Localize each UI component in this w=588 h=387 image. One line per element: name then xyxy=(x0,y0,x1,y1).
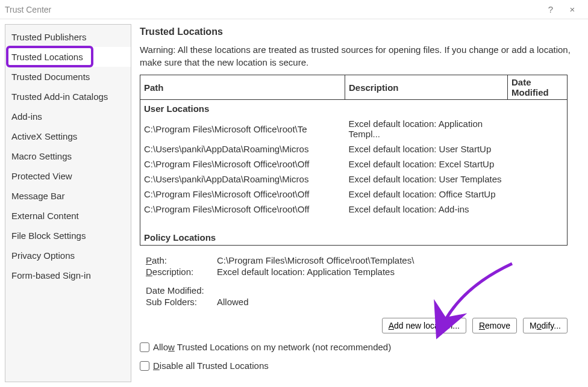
cell-desc: Excel default location: User Templates xyxy=(345,172,508,187)
disable-all-label: Disable all Trusted Locations xyxy=(153,361,269,371)
cell-path: C:\Program Files\Microsoft Office\root\O… xyxy=(140,202,345,217)
detail-date-label: Date Modified: xyxy=(146,285,217,296)
col-path[interactable]: Path xyxy=(140,75,345,100)
cell-desc: Excel default location: Application Temp… xyxy=(345,116,508,141)
sidebar-item-trusted-documents[interactable]: Trusted Documents xyxy=(5,67,131,87)
sidebar-item-trusted-locations[interactable]: Trusted Locations xyxy=(5,47,131,67)
titlebar: Trust Center ? × xyxy=(0,0,588,19)
cell-desc: Excel default location: Office StartUp xyxy=(345,187,508,202)
cell-date xyxy=(508,116,568,141)
cell-desc: Excel default location: User StartUp xyxy=(345,141,508,156)
table-group-header: Policy Locations xyxy=(140,229,568,246)
cell-path: C:\Users\panki\AppData\Roaming\Micros xyxy=(140,172,345,187)
cell-path: C:\Program Files\Microsoft Office\root\T… xyxy=(140,116,345,141)
content-pane: Trusted Locations Warning: All these loc… xyxy=(140,24,583,382)
cell-path: C:\Program Files\Microsoft Office\root\O… xyxy=(140,156,345,172)
detail-sub-value: Allowed xyxy=(217,297,249,307)
cell-desc: Excel default location: Excel StartUp xyxy=(345,156,508,172)
sidebar-item-macro-settings[interactable]: Macro Settings xyxy=(5,146,131,166)
warning-text: Warning: All these locations are treated… xyxy=(140,43,583,69)
sidebar-item-form-based-sign-in[interactable]: Form-based Sign-in xyxy=(5,265,131,285)
allow-network-checkbox-row[interactable]: Allow Trusted Locations on my network (n… xyxy=(140,342,583,352)
details-pane: Path: C:\Program Files\Microsoft Office\… xyxy=(140,252,583,308)
detail-desc-value: Excel default location: Application Temp… xyxy=(217,267,395,277)
page-heading: Trusted Locations xyxy=(140,26,583,37)
col-date[interactable]: Date Modified xyxy=(508,75,568,100)
cell-desc: Excel default location: Add-ins xyxy=(345,202,508,217)
table-row[interactable]: C:\Program Files\Microsoft Office\root\O… xyxy=(140,187,568,202)
sidebar-item-add-ins[interactable]: Add-ins xyxy=(5,107,131,126)
cell-date xyxy=(508,141,568,156)
sidebar: Trusted PublishersTrusted LocationsTrust… xyxy=(5,24,131,382)
cell-path: C:\Users\panki\AppData\Roaming\Micros xyxy=(140,141,345,156)
sidebar-item-activex-settings[interactable]: ActiveX Settings xyxy=(5,126,131,146)
close-button[interactable]: × xyxy=(561,4,583,14)
modify-button[interactable]: Modify... xyxy=(523,318,568,333)
detail-sub-label: Sub Folders: xyxy=(146,297,217,307)
help-button[interactable]: ? xyxy=(540,4,561,14)
cell-date xyxy=(508,187,568,202)
add-new-location-button[interactable]: Add new location... xyxy=(382,318,466,333)
cell-date xyxy=(508,202,568,217)
col-description[interactable]: Description xyxy=(345,75,508,100)
table-row[interactable]: C:\Users\panki\AppData\Roaming\MicrosExc… xyxy=(140,141,568,156)
sidebar-item-message-bar[interactable]: Message Bar xyxy=(5,186,131,206)
sidebar-item-external-content[interactable]: External Content xyxy=(5,206,131,226)
table-group-header: User Locations xyxy=(140,100,568,117)
sidebar-item-privacy-options[interactable]: Privacy Options xyxy=(5,246,131,265)
table-row[interactable]: C:\Program Files\Microsoft Office\root\O… xyxy=(140,202,568,217)
detail-path-label: Path: xyxy=(146,255,217,265)
detail-desc-label: Description: xyxy=(146,267,217,277)
checkbox-icon[interactable] xyxy=(140,361,149,371)
sidebar-item-file-block-settings[interactable]: File Block Settings xyxy=(5,226,131,246)
disable-all-checkbox-row[interactable]: Disable all Trusted Locations xyxy=(140,361,583,371)
remove-button[interactable]: Remove xyxy=(472,318,517,333)
cell-path: C:\Program Files\Microsoft Office\root\O… xyxy=(140,187,345,202)
locations-table: Path Description Date Modified User Loca… xyxy=(140,75,568,246)
sidebar-item-protected-view[interactable]: Protected View xyxy=(5,166,131,186)
table-row[interactable]: C:\Program Files\Microsoft Office\root\O… xyxy=(140,156,568,172)
sidebar-item-trusted-publishers[interactable]: Trusted Publishers xyxy=(5,27,131,47)
cell-date xyxy=(508,156,568,172)
sidebar-item-trusted-add-in-catalogs[interactable]: Trusted Add-in Catalogs xyxy=(5,87,131,107)
table-row[interactable]: C:\Users\panki\AppData\Roaming\MicrosExc… xyxy=(140,172,568,187)
allow-network-label: Allow Trusted Locations on my network (n… xyxy=(153,342,391,352)
table-row[interactable]: C:\Program Files\Microsoft Office\root\T… xyxy=(140,116,568,141)
button-row: Add new location... Remove Modify... xyxy=(140,318,568,333)
window-title: Trust Center xyxy=(5,5,540,14)
cell-date xyxy=(508,172,568,187)
checkbox-icon[interactable] xyxy=(140,342,149,352)
detail-path-value: C:\Program Files\Microsoft Office\root\T… xyxy=(217,255,414,265)
